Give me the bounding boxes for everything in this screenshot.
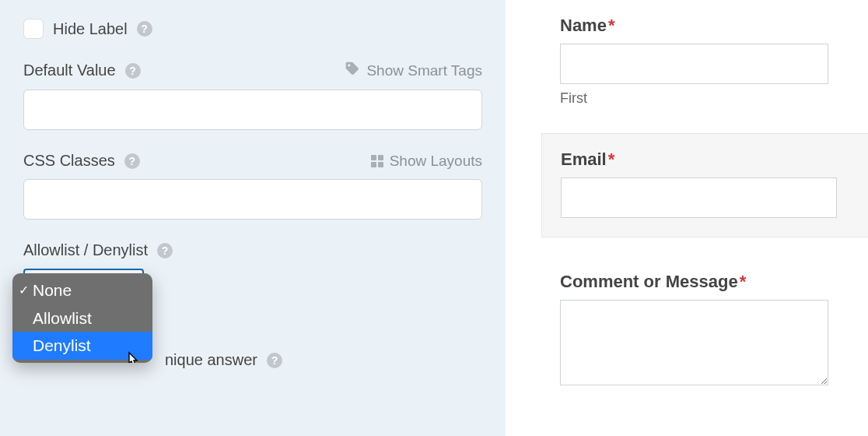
layout-grid-icon bbox=[371, 155, 383, 167]
comment-field-block: Comment or Message* bbox=[560, 272, 868, 385]
default-value-label: Default Value bbox=[23, 62, 116, 79]
css-classes-label: CSS Classes bbox=[23, 152, 115, 170]
help-icon[interactable]: ? bbox=[157, 243, 173, 258]
help-icon[interactable]: ? bbox=[137, 21, 152, 37]
required-asterisk: * bbox=[608, 16, 615, 35]
help-icon[interactable]: ? bbox=[125, 63, 141, 79]
email-label: Email bbox=[561, 149, 607, 169]
dropdown-option-denylist[interactable]: Denylist bbox=[12, 332, 152, 360]
help-icon[interactable]: ? bbox=[267, 353, 282, 368]
show-layouts-link[interactable]: Show Layouts bbox=[371, 153, 482, 170]
form-preview-panel: Name* First Email* Comment or Message* bbox=[506, 0, 868, 436]
comment-label: Comment or Message bbox=[560, 272, 738, 291]
default-value-input[interactable] bbox=[23, 90, 482, 130]
css-classes-input[interactable] bbox=[23, 179, 482, 220]
name-field-block: Name* First bbox=[560, 16, 868, 107]
name-first-input[interactable] bbox=[560, 44, 828, 84]
dropdown-option-none[interactable]: None bbox=[12, 276, 152, 304]
allowlist-dropdown: None Allowlist Denylist bbox=[12, 273, 152, 363]
help-icon[interactable]: ? bbox=[124, 153, 140, 169]
name-first-sublabel: First bbox=[560, 90, 868, 107]
dropdown-option-allowlist[interactable]: Allowlist bbox=[12, 304, 152, 332]
settings-panel: Hide Label ? Default Value ? Show Sm bbox=[0, 0, 506, 436]
show-smart-tags-link[interactable]: Show Smart Tags bbox=[345, 61, 482, 80]
required-asterisk: * bbox=[740, 272, 747, 291]
show-layouts-text: Show Layouts bbox=[390, 153, 482, 170]
unique-answer-label-partial: nique answer bbox=[165, 351, 257, 369]
hide-label-checkbox[interactable] bbox=[23, 19, 44, 39]
hide-label-text: Hide Label bbox=[53, 20, 128, 38]
tag-icon bbox=[345, 61, 360, 80]
allowlist-denylist-label: Allowlist / Denylist bbox=[23, 241, 148, 259]
name-label: Name bbox=[560, 16, 607, 35]
comment-textarea[interactable] bbox=[560, 300, 828, 385]
show-smart-tags-text: Show Smart Tags bbox=[366, 62, 482, 79]
required-asterisk: * bbox=[608, 149, 615, 169]
email-field-block[interactable]: Email* bbox=[541, 133, 868, 237]
email-input[interactable] bbox=[561, 178, 837, 218]
